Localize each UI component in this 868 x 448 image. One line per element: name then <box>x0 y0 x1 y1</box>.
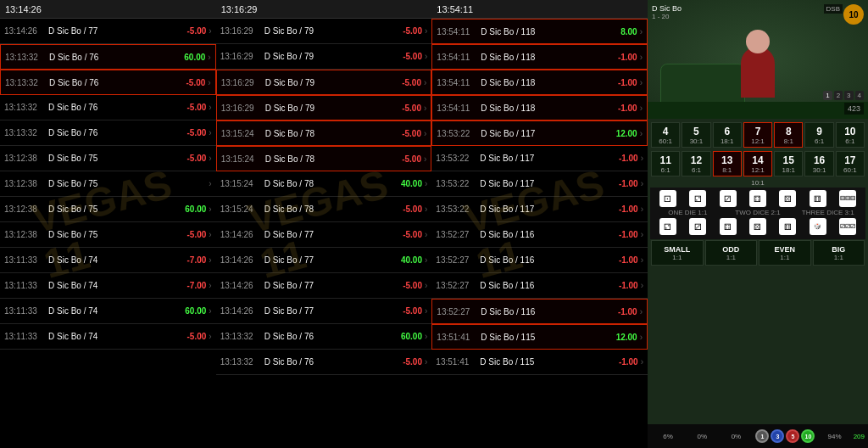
bet-row-c1-r12[interactable]: 13:13:32D Sic Bo / 7660.00› <box>216 324 432 350</box>
tab-2[interactable]: 2 <box>834 91 843 100</box>
die-2d[interactable]: ⚄ <box>749 218 766 235</box>
bet-row-c1-r0[interactable]: 13:16:29D Sic Bo / 79-5.00› <box>216 19 432 44</box>
die-triple[interactable]: ⚅⚅⚅ <box>839 190 856 207</box>
bet-game-c2-r11: D Sic Bo / 116 <box>481 307 603 316</box>
col1-rows: 13:14:26D Sic Bo / 77-5.00›13:13:32D Sic… <box>0 19 216 448</box>
bet-row-c0-r6[interactable]: 13:12:38D Sic Bo / 75› <box>0 171 216 197</box>
cell-8[interactable]: 88:1 <box>774 122 803 148</box>
die-1b[interactable]: ⚁ <box>689 190 706 207</box>
cell-6[interactable]: 618:1 <box>713 122 742 148</box>
bet-row-c1-r7[interactable]: 13:15:24D Sic Bo / 78-5.00› <box>216 197 432 222</box>
bet-row-c2-r5[interactable]: 13:53:22D Sic Bo / 117-1.00› <box>431 146 648 171</box>
bet-time-c2-r7: 13:53:22 <box>436 204 476 214</box>
cell-even[interactable]: EVEN 1:1 <box>759 240 811 266</box>
bet-row-c2-r11[interactable]: 13:52:27D Sic Bo / 116-1.00› <box>431 299 648 324</box>
bet-game-c0-r6: D Sic Bo / 75 <box>48 179 172 188</box>
bet-row-c0-r10[interactable]: 13:11:33D Sic Bo / 74-7.00› <box>0 273 216 299</box>
bet-row-c0-r5[interactable]: 13:12:38D Sic Bo / 75-5.00› <box>0 146 216 171</box>
bet-row-c0-r11[interactable]: 13:11:33D Sic Bo / 7460.00› <box>0 299 216 324</box>
bet-row-c2-r7[interactable]: 13:53:22D Sic Bo / 117-1.00› <box>431 197 648 222</box>
die-2e[interactable]: ⚅ <box>779 218 796 235</box>
bet-row-c0-r2[interactable]: 13:13:32D Sic Bo / 76-5.00› <box>0 70 216 95</box>
bet-game-c2-r13: D Sic Bo / 115 <box>480 357 604 367</box>
cell-odd[interactable]: ODD 1:1 <box>705 240 758 266</box>
cell-11[interactable]: 116:1 <box>651 151 680 176</box>
bet-row-c0-r3[interactable]: 13:13:32D Sic Bo / 76-5.00› <box>0 95 216 120</box>
cell-small[interactable]: SMALL 1:1 <box>651 240 704 266</box>
bet-game-c1-r9: D Sic Bo / 77 <box>264 255 388 265</box>
die-2g[interactable]: ⚂⚂⚂ <box>839 218 856 235</box>
cell-14[interactable]: 1412:1 <box>743 151 772 176</box>
die-2c[interactable]: ⚃ <box>720 218 737 235</box>
die-1d[interactable]: ⚃ <box>749 190 766 207</box>
bet-row-c1-r5[interactable]: 13:15:24D Sic Bo / 78-5.00› <box>216 146 432 171</box>
bet-row-c2-r10[interactable]: 13:52:27D Sic Bo / 116-1.00› <box>431 273 648 299</box>
bet-arrow-c0-r2: › <box>208 78 210 87</box>
cell-15[interactable]: 1518:1 <box>774 151 803 176</box>
bet-time-c2-r13: 13:51:41 <box>436 357 476 367</box>
bet-row-c0-r9[interactable]: 13:11:33D Sic Bo / 74-7.00› <box>0 248 216 273</box>
bet-row-c2-r1[interactable]: 13:54:11D Sic Bo / 118-1.00› <box>431 44 648 70</box>
bet-game-c0-r1: D Sic Bo / 76 <box>49 53 171 62</box>
bet-row-c1-r2[interactable]: 13:16:29D Sic Bo / 79-5.00› <box>216 70 432 95</box>
chip-10[interactable]: 10 <box>801 429 815 443</box>
die-1f[interactable]: ⚅ <box>810 190 826 207</box>
bet-game-c1-r5: D Sic Bo / 78 <box>265 154 387 164</box>
chip-3[interactable]: 3 <box>771 429 784 443</box>
tab-3[interactable]: 3 <box>844 91 853 100</box>
bet-arrow-c2-r13: › <box>641 357 643 367</box>
cell-16[interactable]: 1630:1 <box>804 151 833 176</box>
bet-row-c1-r6[interactable]: 13:15:24D Sic Bo / 7840.00› <box>216 171 432 197</box>
tab-1[interactable]: 1 <box>823 91 832 100</box>
bet-row-c2-r12[interactable]: 13:51:41D Sic Bo / 11512.00› <box>431 324 648 350</box>
cell-12[interactable]: 126:1 <box>682 151 710 176</box>
bet-row-c1-r9[interactable]: 13:14:26D Sic Bo / 7740.00› <box>216 248 432 273</box>
die-2b[interactable]: ⚂ <box>689 218 706 235</box>
bet-row-c2-r3[interactable]: 13:54:11D Sic Bo / 118-1.00› <box>431 95 648 120</box>
cell-13[interactable]: 138:1 <box>713 151 742 176</box>
bet-row-c2-r13[interactable]: 13:51:41D Sic Bo / 115-1.00› <box>431 350 648 375</box>
cell-9[interactable]: 96:1 <box>804 122 833 148</box>
die-2a[interactable]: ⚁ <box>659 218 676 235</box>
bet-amount-c2-r8: -1.00 <box>604 230 638 239</box>
game-panel: D Sic Bo 1 - 20 10 DSB 423 1 2 3 4 460:1… <box>648 0 868 448</box>
bet-row-c0-r7[interactable]: 13:12:38D Sic Bo / 7560.00› <box>0 197 216 222</box>
bet-row-c2-r4[interactable]: 13:53:22D Sic Bo / 11712.00› <box>431 120 648 146</box>
bet-row-c1-r8[interactable]: 13:14:26D Sic Bo / 77-5.00› <box>216 222 432 248</box>
bet-time-c2-r1: 13:54:11 <box>437 53 477 62</box>
bet-row-c0-r4[interactable]: 13:13:32D Sic Bo / 76-5.00› <box>0 120 216 146</box>
bet-arrow-c0-r10: › <box>209 281 211 290</box>
bet-row-c0-r12[interactable]: 13:11:33D Sic Bo / 74-5.00› <box>0 324 216 350</box>
bet-row-c0-r8[interactable]: 13:12:38D Sic Bo / 75-5.00› <box>0 222 216 248</box>
bet-row-c1-r1[interactable]: 13:16:29D Sic Bo / 79-5.00› <box>216 44 432 70</box>
die-2f[interactable]: 🎲 <box>810 218 826 235</box>
bet-row-c0-r0[interactable]: 13:14:26D Sic Bo / 77-5.00› <box>0 19 216 44</box>
bet-row-c2-r9[interactable]: 13:52:27D Sic Bo / 116-1.00› <box>431 248 648 273</box>
bet-row-c1-r10[interactable]: 13:14:26D Sic Bo / 77-5.00› <box>216 273 432 299</box>
cell-4[interactable]: 460:1 <box>651 122 680 148</box>
chip-1[interactable]: 1 <box>755 429 769 443</box>
tab-4[interactable]: 4 <box>855 91 864 100</box>
bet-row-c1-r13[interactable]: 13:13:32D Sic Bo / 76-5.00› <box>216 350 432 375</box>
die-1e[interactable]: ⚄ <box>779 190 796 207</box>
cell-5[interactable]: 530:1 <box>682 122 710 148</box>
bet-row-c2-r8[interactable]: 13:52:27D Sic Bo / 116-1.00› <box>431 222 648 248</box>
bet-row-c1-r3[interactable]: 13:16:29D Sic Bo / 79-5.00› <box>216 95 432 120</box>
cell-7[interactable]: 712:1 <box>743 122 772 148</box>
die-1c[interactable]: ⚂ <box>720 190 737 207</box>
bet-arrow-c0-r7: › <box>209 204 211 214</box>
cell-10[interactable]: 106:1 <box>836 122 865 148</box>
cell-big[interactable]: BIG 1:1 <box>813 240 865 266</box>
cell-17[interactable]: 1760:1 <box>836 151 865 176</box>
bet-row-c1-r4[interactable]: 13:15:24D Sic Bo / 78-5.00› <box>216 120 432 146</box>
bet-row-c1-r11[interactable]: 13:14:26D Sic Bo / 77-5.00› <box>216 299 432 324</box>
bet-row-c2-r6[interactable]: 13:53:22D Sic Bo / 117-1.00› <box>431 171 648 197</box>
bet-row-c0-r1[interactable]: 13:13:32D Sic Bo / 7660.00› <box>0 44 216 70</box>
chip-5[interactable]: 5 <box>786 429 799 443</box>
bet-row-c2-r2[interactable]: 13:54:11D Sic Bo / 118-1.00› <box>431 70 648 95</box>
bet-row-c2-r0[interactable]: 13:54:11D Sic Bo / 1188.00› <box>431 19 648 44</box>
bet-amount-c1-r4: -5.00 <box>387 129 421 138</box>
bet-amount-c0-r8: -5.00 <box>172 230 206 239</box>
bet-amount-c0-r1: 60.00 <box>171 53 205 62</box>
die-1a[interactable]: ⚀ <box>659 190 676 207</box>
